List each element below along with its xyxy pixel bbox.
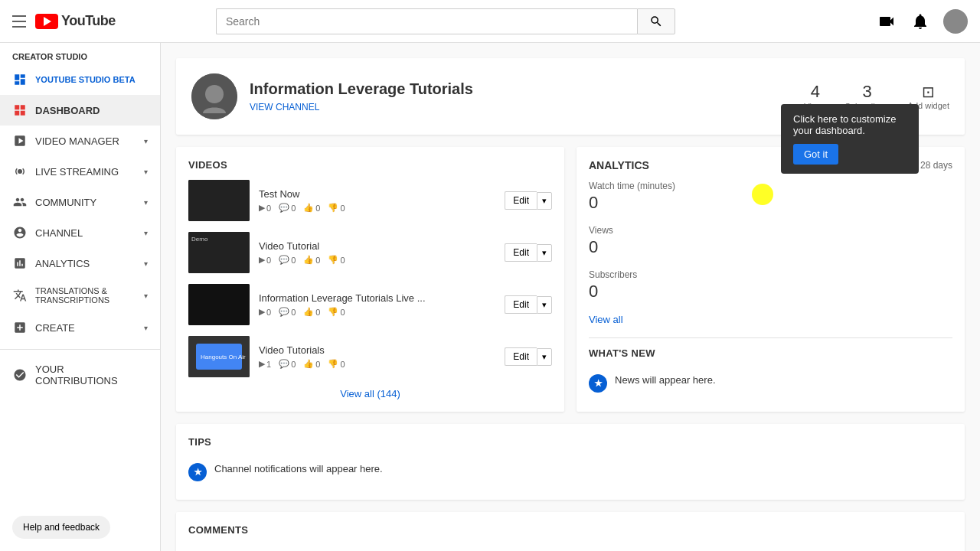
watch-time-label: Watch time (minutes) [589, 181, 952, 191]
got-it-button[interactable]: Got it [793, 144, 838, 165]
notifications-icon[interactable] [910, 11, 931, 32]
tips-card: TIPS ★ Channel notifications will appear… [176, 424, 965, 500]
grid-icon [12, 72, 28, 87]
sidebar-item-channel[interactable]: CHANNEL ▾ [0, 217, 160, 248]
avatar[interactable] [943, 9, 968, 34]
edit-dropdown[interactable]: ▾ [537, 244, 552, 262]
sidebar-item-youtube-studio-beta[interactable]: YOUTUBE STUDIO BETA [0, 64, 160, 95]
chevron-down-icon: ▾ [144, 324, 148, 332]
subscribers-stat: Subscribers 0 [589, 269, 952, 302]
youtube-logo[interactable]: YouTube [35, 13, 116, 29]
video-thumbnail: Demo [188, 232, 250, 273]
comments-card: COMMENTS ★ Comments on your videos will … [176, 512, 965, 551]
search-button[interactable] [637, 8, 675, 34]
views-value: 0 [589, 237, 952, 257]
tooltip-text: Click here to customize your dashboard. [793, 113, 906, 136]
edit-button[interactable]: Edit [505, 295, 537, 314]
video-info: Video Tutorial ▶ 0 💬 0 👍 0 👎 0 [259, 240, 495, 265]
add-widget-icon: ⊡ [908, 83, 949, 101]
video-stats: ▶ 0 💬 0 👍 0 👎 0 [259, 307, 495, 317]
table-row: Information Leverage Tutorials Live ... … [188, 284, 552, 325]
view-channel-link[interactable]: VIEW CHANNEL [250, 102, 319, 112]
video-info: Test Now ▶ 0 💬 0 👍 0 👎 0 [259, 188, 495, 213]
dashboard-icon [12, 103, 28, 118]
sidebar-item-contributions[interactable]: YOUR CONTRIBUTIONS [0, 356, 160, 394]
sidebar-item-create[interactable]: CREATE ▾ [0, 312, 160, 343]
edit-dropdown[interactable]: ▾ [537, 348, 552, 366]
dislikes-stat: 👎 0 [328, 203, 345, 213]
channel-avatar [191, 73, 237, 119]
svg-rect-2 [15, 111, 19, 116]
whats-new-item: ★ News will appear here. [589, 368, 952, 399]
views-stat: ▶ 0 [259, 203, 271, 213]
create-icon [12, 320, 28, 335]
video-actions: Edit ▾ [505, 243, 552, 262]
subscribers-label: Subscribers [589, 269, 952, 280]
sidebar-item-video-manager[interactable]: VIDEO MANAGER ▾ [0, 126, 160, 156]
svg-rect-9 [188, 284, 250, 325]
video-actions: Edit ▾ [505, 295, 552, 314]
yt-logo-text: YouTube [61, 13, 116, 29]
edit-button[interactable]: Edit [505, 243, 537, 262]
video-icon [12, 133, 28, 148]
sidebar-item-translations[interactable]: TRANSLATIONS & TRANSCRIPTIONS ▾ [0, 279, 160, 312]
video-stats: ▶ 1 💬 0 👍 0 👎 0 [259, 359, 495, 369]
topbar: YouTube [0, 0, 980, 43]
channel-label: CHANNEL [35, 227, 136, 239]
video-stats: ▶ 0 💬 0 👍 0 👎 0 [259, 203, 495, 213]
video-actions: Edit ▾ [505, 347, 552, 366]
customize-tooltip: Click here to customize your dashboard. … [781, 104, 919, 174]
translations-label: TRANSLATIONS & TRANSCRIPTIONS [35, 286, 136, 305]
live-icon [12, 164, 28, 179]
contributions-icon [12, 367, 28, 383]
videos-section-title: VIDEOS [188, 159, 552, 171]
hamburger-menu[interactable] [12, 15, 26, 28]
tips-title: TIPS [188, 436, 952, 448]
video-info: Video Tutorials ▶ 1 💬 0 👍 0 👎 0 [259, 344, 495, 369]
help-feedback-button[interactable]: Help and feedback [12, 516, 110, 539]
sidebar-item-analytics[interactable]: ANALYTICS ▾ [0, 248, 160, 279]
svg-rect-0 [15, 105, 19, 109]
create-label: CREATE [35, 322, 136, 334]
community-label: COMMUNITY [35, 197, 136, 208]
edit-dropdown[interactable]: ▾ [537, 192, 552, 210]
subscribers-value: 0 [589, 282, 952, 302]
video-title: Test Now [259, 188, 495, 200]
video-actions: Edit ▾ [505, 191, 552, 210]
edit-button[interactable]: Edit [505, 191, 537, 210]
sidebar-item-community[interactable]: COMMUNITY ▾ [0, 187, 160, 217]
yt-logo-icon [35, 14, 58, 29]
search-icon [649, 15, 663, 28]
sidebar-item-live-streaming[interactable]: LIVE STREAMING ▾ [0, 156, 160, 187]
table-row: Demo Video Tutorial ▶ 0 💬 0 👍 0 👎 0 [188, 232, 552, 273]
camera-icon[interactable] [876, 11, 897, 32]
whats-new-title: WHAT'S NEW [589, 347, 952, 359]
star-icon: ★ [589, 374, 607, 393]
sidebar: CREATOR STUDIO YOUTUBE STUDIO BETA DASHB… [0, 43, 161, 551]
view-all-videos-link[interactable]: View all (144) [188, 388, 552, 399]
community-icon [12, 194, 28, 210]
watch-time-stat: Watch time (minutes) 0 [589, 181, 952, 213]
table-row: Test Now ▶ 0 💬 0 👍 0 👎 0 Edit ▾ [188, 180, 552, 221]
views-stat: Views 0 [589, 225, 952, 257]
svg-text:Demo: Demo [191, 236, 208, 243]
video-stats: ▶ 0 💬 0 👍 0 👎 0 [259, 255, 495, 265]
subscribers-count: 3 [844, 82, 889, 102]
chevron-down-icon: ▾ [144, 137, 148, 145]
video-title: Information Leverage Tutorials Live ... [259, 292, 495, 304]
sidebar-item-dashboard[interactable]: DASHBOARD [0, 95, 160, 126]
comments-notification: ★ Comments on your videos will show up h… [188, 545, 952, 551]
search-bar [216, 8, 675, 34]
views-label: Views [589, 225, 952, 236]
search-input[interactable] [216, 8, 637, 34]
edit-dropdown[interactable]: ▾ [537, 296, 552, 314]
video-list: Test Now ▶ 0 💬 0 👍 0 👎 0 Edit ▾ [188, 180, 552, 377]
chevron-down-icon: ▾ [144, 229, 148, 237]
channel-icon [12, 225, 28, 240]
topbar-right [876, 9, 968, 34]
studio-beta-label: YOUTUBE STUDIO BETA [35, 75, 148, 84]
edit-button[interactable]: Edit [505, 347, 537, 366]
live-streaming-label: LIVE STREAMING [35, 166, 136, 178]
view-all-analytics-link[interactable]: View all [589, 314, 952, 325]
chevron-down-icon: ▾ [144, 259, 148, 268]
